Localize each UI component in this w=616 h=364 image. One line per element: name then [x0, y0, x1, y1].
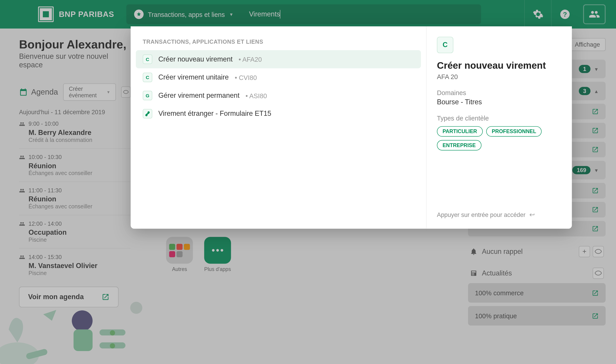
result-title: Virement étranger - Formulaire ET15	[158, 110, 271, 117]
result-badge: C	[143, 73, 152, 82]
result-code: ASI80	[246, 92, 267, 99]
result-title: Créer nouveau virement	[158, 55, 233, 63]
dropdown-section-title: TRANSACTIONS, APPLICATIONS ET LIENS	[136, 35, 421, 50]
detail-badge: C	[437, 37, 453, 53]
enter-icon	[529, 212, 535, 218]
link-icon	[143, 109, 152, 118]
domains-label: Domaines	[437, 89, 562, 96]
search-result-item[interactable]: Virement étranger - Formulaire ET15	[136, 104, 421, 123]
dropdown-results: TRANSACTIONS, APPLICATIONS ET LIENS CCré…	[131, 26, 426, 229]
result-title: Gérer virement permanent	[158, 92, 239, 100]
clientele-chip: ENTREPRISE	[437, 140, 481, 150]
search-result-item[interactable]: CCréer nouveau virement AFA20	[136, 50, 421, 68]
result-title: Créer virement unitaire	[158, 73, 229, 81]
result-badge: G	[143, 91, 152, 100]
result-code: AFA20	[239, 56, 262, 63]
result-badge: C	[143, 54, 152, 64]
search-result-item[interactable]: CCréer virement unitaire CVI80	[136, 68, 421, 87]
search-dropdown: TRANSACTIONS, APPLICATIONS ET LIENS CCré…	[131, 26, 572, 229]
result-code: CVI80	[235, 74, 257, 81]
search-result-item[interactable]: GGérer virement permanent ASI80	[136, 87, 421, 105]
clientele-chip: PROFESSIONNEL	[486, 126, 542, 136]
detail-title: Créer nouveau virement	[437, 60, 562, 71]
clientele-chips: PARTICULIERPROFESSIONNELENTREPRISE	[437, 126, 562, 150]
clientele-label: Types de clientèle	[437, 115, 562, 122]
clientele-chip: PARTICULIER	[437, 126, 483, 136]
dropdown-detail: C Créer nouveau virement AFA 20 Domaines…	[427, 26, 572, 229]
detail-code: AFA 20	[437, 73, 562, 80]
dropdown-footer: Appuyer sur entrée pour accéder	[437, 211, 562, 219]
domains-value: Bourse - Titres	[437, 98, 562, 106]
